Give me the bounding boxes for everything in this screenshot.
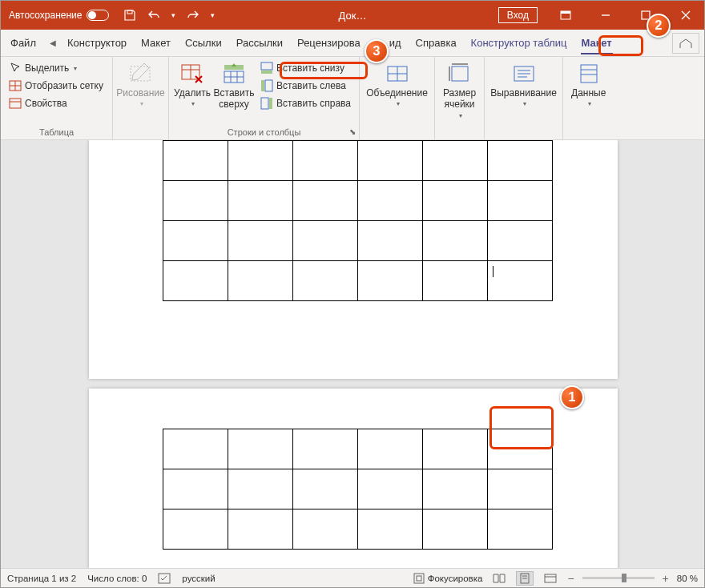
- dialog-launcher-icon[interactable]: ⬊: [349, 127, 356, 136]
- grid-icon: [9, 79, 22, 92]
- insert-left-label: Вставить слева: [276, 80, 346, 91]
- tab-scroll-left[interactable]: ◀: [46, 34, 60, 52]
- minimize-button[interactable]: [587, 1, 624, 30]
- merge-button[interactable]: Объединение▾: [363, 58, 431, 111]
- insert-right-button[interactable]: Вставить справа: [257, 95, 354, 111]
- properties-button[interactable]: Свойства: [6, 95, 107, 111]
- group-data: Данные▾: [563, 57, 614, 139]
- language-indicator[interactable]: русский: [182, 574, 215, 583]
- svg-rect-33: [581, 65, 597, 83]
- zoom-level[interactable]: 80 %: [677, 574, 698, 583]
- tab-mailings[interactable]: Рассылки: [229, 30, 290, 56]
- active-cell[interactable]: [488, 261, 553, 301]
- undo-icon[interactable]: [147, 9, 160, 22]
- chevron-down-icon: ▾: [191, 100, 195, 108]
- qat-overflow-icon[interactable]: ▾: [211, 11, 215, 19]
- zoom-out-button[interactable]: −: [567, 572, 574, 585]
- zoom-slider[interactable]: [582, 577, 655, 579]
- close-button[interactable]: [667, 1, 704, 30]
- data-button[interactable]: Данные▾: [566, 58, 610, 111]
- alignment-button[interactable]: Выравнивание▾: [488, 58, 559, 111]
- page-1: [89, 140, 618, 379]
- svg-rect-22: [261, 80, 264, 91]
- share-button[interactable]: [672, 33, 699, 54]
- word-count[interactable]: Число слов: 0: [87, 574, 147, 583]
- chevron-down-icon: ▾: [588, 100, 591, 108]
- insert-above-label: Вставить сверху: [214, 87, 255, 111]
- chevron-down-icon: ▾: [74, 65, 77, 72]
- draw-label: Рисование: [116, 87, 164, 99]
- group-alignment: Выравнивание▾: [485, 57, 563, 139]
- focus-icon: [413, 573, 425, 584]
- svg-rect-19: [261, 62, 272, 70]
- zoom-in-button[interactable]: +: [663, 572, 669, 585]
- properties-label: Свойства: [25, 98, 67, 109]
- data-icon: [576, 62, 602, 86]
- save-icon[interactable]: [123, 9, 136, 22]
- select-button[interactable]: Выделить▾: [6, 60, 107, 76]
- insert-right-icon: [260, 97, 273, 110]
- tab-design[interactable]: Конструктор: [60, 30, 134, 56]
- merge-label: Объединение: [366, 87, 428, 99]
- redo-icon[interactable]: [187, 9, 199, 22]
- print-layout-button[interactable]: [516, 571, 534, 586]
- group-table-label: Таблица: [4, 127, 109, 139]
- tab-scroll-right[interactable]: ▶: [368, 34, 382, 52]
- svg-rect-2: [561, 11, 570, 14]
- svg-rect-37: [414, 574, 424, 583]
- tab-table-design[interactable]: Конструктор таблиц: [464, 30, 574, 56]
- cell-size-label: Размер ячейки: [443, 87, 476, 111]
- tab-table-layout[interactable]: Макет: [574, 30, 619, 56]
- autosave-toggle[interactable]: Автосохранение: [1, 10, 117, 21]
- proofing-icon[interactable]: [158, 573, 171, 584]
- insert-left-icon: [260, 79, 273, 92]
- ribbon-tabs: Файл ◀ Конструктор Макет Ссылки Рассылки…: [1, 30, 704, 57]
- group-draw: Рисование▾: [113, 57, 169, 139]
- quick-access-toolbar: ▾ ▾: [117, 9, 221, 22]
- svg-rect-21: [265, 80, 272, 91]
- svg-rect-0: [127, 10, 132, 14]
- svg-rect-20: [261, 70, 272, 74]
- login-button[interactable]: Вход: [498, 7, 538, 23]
- ribbon-display-button[interactable]: [547, 1, 584, 30]
- page-indicator[interactable]: Страница 1 из 2: [7, 574, 76, 583]
- draw-button: Рисование▾: [116, 58, 165, 111]
- insert-below-button[interactable]: Вставить снизу: [257, 60, 354, 76]
- document-area[interactable]: [1, 140, 704, 568]
- read-mode-button[interactable]: [490, 571, 508, 586]
- chevron-down-icon: ▾: [459, 112, 462, 120]
- group-table: Выделить▾ Отобразить сетку Свойства Табл…: [1, 57, 113, 139]
- tab-references[interactable]: Ссылки: [178, 30, 229, 56]
- maximize-button[interactable]: [627, 1, 664, 30]
- cell-size-icon: [447, 62, 473, 86]
- ribbon: Выделить▾ Отобразить сетку Свойства Табл…: [1, 57, 704, 140]
- tab-layout[interactable]: Макет: [134, 30, 178, 56]
- gridlines-label: Отобразить сетку: [25, 80, 103, 91]
- alignment-label: Выравнивание: [490, 87, 557, 99]
- delete-table-icon: [179, 62, 205, 86]
- draw-table-icon: [128, 62, 154, 86]
- delete-button[interactable]: Удалить▾: [172, 58, 212, 111]
- cell-size-button[interactable]: Размер ячейки▾: [438, 58, 481, 123]
- svg-rect-8: [10, 99, 21, 108]
- tab-view[interactable]: ид: [382, 30, 409, 56]
- web-layout-button[interactable]: [542, 571, 559, 586]
- focus-mode-button[interactable]: Фокусировка: [413, 573, 483, 584]
- insert-above-button[interactable]: Вставить сверху: [214, 58, 254, 114]
- data-label: Данные: [571, 87, 606, 99]
- tab-review[interactable]: Рецензирова: [290, 30, 368, 56]
- chevron-down-icon: ▾: [140, 100, 143, 108]
- tab-help[interactable]: Справка: [409, 30, 464, 56]
- user-table-1[interactable]: [163, 140, 553, 301]
- insert-left-button[interactable]: Вставить слева: [257, 78, 354, 94]
- qat-dropdown-icon[interactable]: ▾: [171, 11, 175, 19]
- user-table-2[interactable]: [163, 429, 553, 550]
- tab-file[interactable]: Файл: [1, 30, 46, 56]
- view-gridlines-button[interactable]: Отобразить сетку: [6, 78, 107, 94]
- svg-rect-24: [269, 98, 272, 109]
- autosave-label: Автосохранение: [9, 10, 82, 21]
- title-bar: Автосохранение ▾ ▾ Док… Вход: [1, 1, 704, 30]
- page-2: [89, 389, 618, 568]
- focus-label: Фокусировка: [428, 574, 483, 583]
- group-merge: Объединение▾: [360, 57, 435, 139]
